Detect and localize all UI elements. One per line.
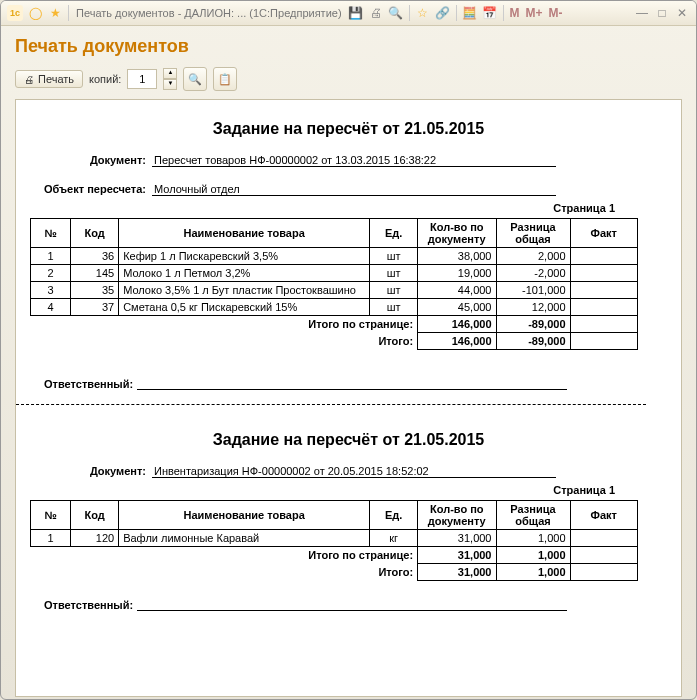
col-num: № (31, 219, 71, 248)
copies-stepper: ▲ ▼ (163, 68, 177, 90)
nav-back-icon[interactable]: ◯ (27, 5, 43, 21)
link-icon[interactable]: 🔗 (435, 5, 451, 21)
separator (409, 5, 410, 21)
page-header: Печать документов (1, 26, 696, 63)
print-icon[interactable]: 🖨 (368, 5, 384, 21)
responsible-line (137, 378, 567, 390)
copies-input[interactable] (127, 69, 157, 89)
table-row: 1120Вафли лимонные Каравайкг31,0001,000 (31, 530, 638, 547)
col-fact: Факт (570, 219, 637, 248)
page-total-row: Итого по странице:31,0001,000 (31, 547, 638, 564)
responsible-line (137, 599, 567, 611)
template-button[interactable]: 📋 (213, 67, 237, 91)
page-number: Страница 1 (26, 202, 615, 214)
doc-field-value: Пересчет товаров НФ-00000002 от 13.03.20… (152, 154, 556, 167)
responsible-row: Ответственный: (44, 378, 671, 390)
object-field-label: Объект пересчета: (26, 183, 152, 196)
col-num: № (31, 501, 71, 530)
table-row: 437Сметана 0,5 кг Пискаревский 15%шт45,0… (31, 299, 638, 316)
print-button-label: Печать (38, 73, 74, 85)
calendar-icon[interactable]: 📅 (482, 5, 498, 21)
col-diff: Разница общая (496, 501, 570, 530)
fav-add-icon[interactable]: ☆ (415, 5, 431, 21)
app-logo-icon: 1c (7, 5, 23, 21)
template-icon: 📋 (218, 73, 232, 86)
titlebar: 1c ◯ ★ Печать документов - ДАЛИОН: ... (… (1, 1, 696, 26)
page-total-row: Итого по странице:146,000-89,000 (31, 316, 638, 333)
col-name: Наименование товара (119, 501, 370, 530)
col-fact: Факт (570, 501, 637, 530)
doc-field-row: Документ: Инвентаризация НФ-00000002 от … (26, 465, 671, 478)
doc-title: Задание на пересчёт от 21.05.2015 (26, 431, 671, 449)
copies-label: копий: (89, 73, 121, 85)
print-preview-viewer[interactable]: Задание на пересчёт от 21.05.2015 Докуме… (15, 99, 682, 697)
table-header-row: № Код Наименование товара Ед. Кол-во по … (31, 501, 638, 530)
grand-total-row: Итого:31,0001,000 (31, 564, 638, 581)
col-name: Наименование товара (119, 219, 370, 248)
document-block: Задание на пересчёт от 21.05.2015 Докуме… (16, 100, 681, 398)
doc-field-label: Документ: (26, 154, 152, 167)
col-qty: Кол-во по документу (418, 219, 496, 248)
doc-field-row: Документ: Пересчет товаров НФ-00000002 о… (26, 154, 671, 167)
page-number: Страница 1 (26, 484, 615, 496)
window-title: Печать документов - ДАЛИОН: ... (1С:Пред… (76, 7, 342, 19)
col-diff: Разница общая (496, 219, 570, 248)
data-table: № Код Наименование товара Ед. Кол-во по … (30, 500, 638, 581)
separator (68, 5, 69, 21)
mem-mminus[interactable]: M- (549, 6, 563, 20)
col-qty: Кол-во по документу (418, 501, 496, 530)
responsible-row: Ответственный: (44, 599, 671, 611)
mem-m[interactable]: M (510, 6, 520, 20)
document-block: Задание на пересчёт от 21.05.2015 Докуме… (16, 411, 681, 619)
page-separator (16, 404, 646, 405)
doc-field-label: Документ: (26, 465, 152, 478)
print-button[interactable]: 🖨 Печать (15, 70, 83, 88)
table-row: 136Кефир 1 л Пискаревский 3,5%шт38,0002,… (31, 248, 638, 265)
separator (456, 5, 457, 21)
mem-mplus[interactable]: M+ (526, 6, 543, 20)
col-unit: Ед. (370, 501, 418, 530)
col-code: Код (71, 501, 119, 530)
copies-down[interactable]: ▼ (163, 79, 177, 90)
col-code: Код (71, 219, 119, 248)
copies-up[interactable]: ▲ (163, 68, 177, 79)
responsible-label: Ответственный: (44, 378, 133, 390)
printer-icon: 🖨 (24, 74, 34, 85)
page-title: Печать документов (15, 36, 682, 57)
responsible-label: Ответственный: (44, 599, 133, 611)
separator (503, 5, 504, 21)
toolbar: 🖨 Печать копий: ▲ ▼ 🔍 📋 (1, 63, 696, 99)
data-table: № Код Наименование товара Ед. Кол-во по … (30, 218, 638, 350)
preview-icon[interactable]: 🔍 (388, 5, 404, 21)
zoom-button[interactable]: 🔍 (183, 67, 207, 91)
save-icon[interactable]: 💾 (348, 5, 364, 21)
object-field-value: Молочный отдел (152, 183, 556, 196)
star-icon[interactable]: ★ (47, 5, 63, 21)
table-row: 335Молоко 3,5% 1 л Бут пластик Простоква… (31, 282, 638, 299)
table-header-row: № Код Наименование товара Ед. Кол-во по … (31, 219, 638, 248)
grand-total-row: Итого:146,000-89,000 (31, 333, 638, 350)
object-field-row: Объект пересчета: Молочный отдел (26, 183, 671, 196)
minimize-button[interactable]: — (632, 5, 652, 21)
doc-field-value: Инвентаризация НФ-00000002 от 20.05.2015… (152, 465, 556, 478)
calc-icon[interactable]: 🧮 (462, 5, 478, 21)
magnifier-icon: 🔍 (188, 73, 202, 86)
maximize-button[interactable]: □ (652, 5, 672, 21)
table-row: 2145Молоко 1 л Петмол 3,2%шт19,000-2,000 (31, 265, 638, 282)
doc-title: Задание на пересчёт от 21.05.2015 (26, 120, 671, 138)
close-button[interactable]: ✕ (672, 5, 692, 21)
col-unit: Ед. (370, 219, 418, 248)
app-window: 1c ◯ ★ Печать документов - ДАЛИОН: ... (… (0, 0, 697, 700)
